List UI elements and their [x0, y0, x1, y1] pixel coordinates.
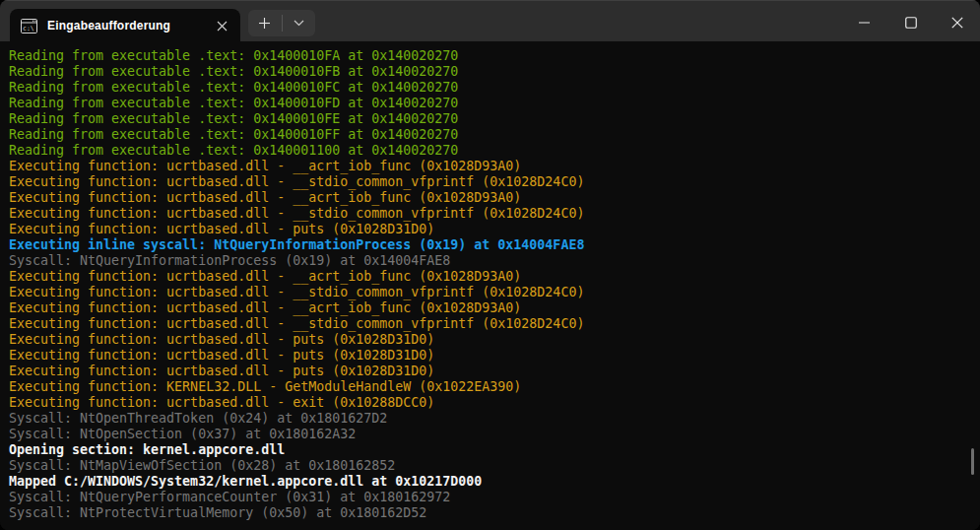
new-tab-button[interactable]	[248, 10, 282, 36]
terminal-line: Syscall: NtQueryPerformanceCounter (0x31…	[9, 490, 980, 505]
minimize-button[interactable]	[841, 2, 887, 42]
terminal-line: Executing inline syscall: NtQueryInforma…	[9, 237, 980, 253]
tab-close-button[interactable]	[209, 14, 234, 37]
plus-icon	[258, 17, 271, 30]
tab-title: Eingabeaufforderung	[47, 19, 209, 33]
terminal-line: Syscall: NtProtectVirtualMemory (0x50) a…	[9, 505, 980, 521]
terminal-line: Executing function: ucrtbased.dll - __ac…	[9, 300, 980, 316]
terminal-line: Executing function: ucrtbased.dll - __st…	[9, 174, 980, 190]
terminal-line: Reading from executable .text: 0x1400010…	[9, 64, 980, 80]
svg-text:c:\: c:\	[23, 25, 34, 33]
terminal-line: Executing function: ucrtbased.dll - puts…	[9, 222, 980, 237]
tab-eingabeaufforderung[interactable]: c:\ Eingabeaufforderung	[10, 9, 240, 42]
vertical-scrollbar-thumb[interactable]	[971, 448, 974, 475]
tab-dropdown-button[interactable]	[283, 10, 316, 36]
terminal-line: Executing function: KERNEL32.DLL - GetMo…	[9, 379, 980, 395]
terminal-line: Syscall: NtOpenSection (0x37) at 0x18016…	[9, 427, 980, 442]
terminal-line: Syscall: NtOpenThreadToken (0x24) at 0x1…	[9, 411, 980, 427]
terminal-line: Reading from executable .text: 0x1400010…	[9, 111, 980, 127]
close-icon	[217, 21, 228, 32]
minimize-icon	[859, 22, 870, 24]
terminal-line: Executing function: ucrtbased.dll - __st…	[9, 316, 980, 332]
cmd-window-icon: c:\	[21, 19, 37, 33]
terminal-line: Opening section: kernel.appcore.dll	[9, 442, 980, 458]
terminal-line: Executing function: ucrtbased.dll - __ac…	[9, 190, 980, 206]
terminal-line: Executing function: ucrtbased.dll - __ac…	[9, 159, 980, 174]
chevron-down-icon	[294, 20, 304, 27]
caption-buttons	[841, 2, 980, 42]
terminal-line: Executing function: ucrtbased.dll - __st…	[9, 285, 980, 300]
terminal-line: Executing function: ucrtbased.dll - puts…	[9, 364, 980, 379]
title-bar[interactable]: c:\ Eingabeaufforderung	[0, 0, 980, 41]
terminal-line: Executing function: ucrtbased.dll - exit…	[9, 395, 980, 411]
terminal-line: Executing function: ucrtbased.dll - __st…	[9, 206, 980, 222]
terminal-line: Reading from executable .text: 0x1400010…	[9, 127, 980, 143]
terminal-line: Reading from executable .text: 0x1400010…	[9, 96, 980, 111]
terminal-line: Syscall: NtQueryInformationProcess (0x19…	[9, 253, 980, 269]
new-tab-panel	[248, 10, 315, 36]
terminal-line: Syscall: NtMapViewOfSection (0x28) at 0x…	[9, 458, 980, 474]
terminal-window: c:\ Eingabeaufforderung	[0, 0, 980, 530]
terminal-line: Executing function: ucrtbased.dll - puts…	[9, 332, 980, 348]
window-close-button[interactable]	[934, 2, 980, 42]
terminal-line: Reading from executable .text: 0x1400010…	[9, 80, 980, 96]
terminal-line: Reading from executable .text: 0x1400010…	[9, 48, 980, 64]
close-icon	[951, 17, 963, 29]
maximize-button[interactable]	[887, 2, 934, 42]
terminal-line: Executing function: ucrtbased.dll - puts…	[9, 348, 980, 364]
terminal-output[interactable]: Reading from executable .text: 0x1400010…	[0, 41, 980, 530]
maximize-icon	[905, 17, 917, 29]
terminal-line: Mapped C:/WINDOWS/System32/kernel.appcor…	[9, 474, 980, 490]
terminal-line: Executing function: ucrtbased.dll - __ac…	[9, 269, 980, 285]
terminal-line: Reading from executable .text: 0x1400011…	[9, 143, 980, 159]
